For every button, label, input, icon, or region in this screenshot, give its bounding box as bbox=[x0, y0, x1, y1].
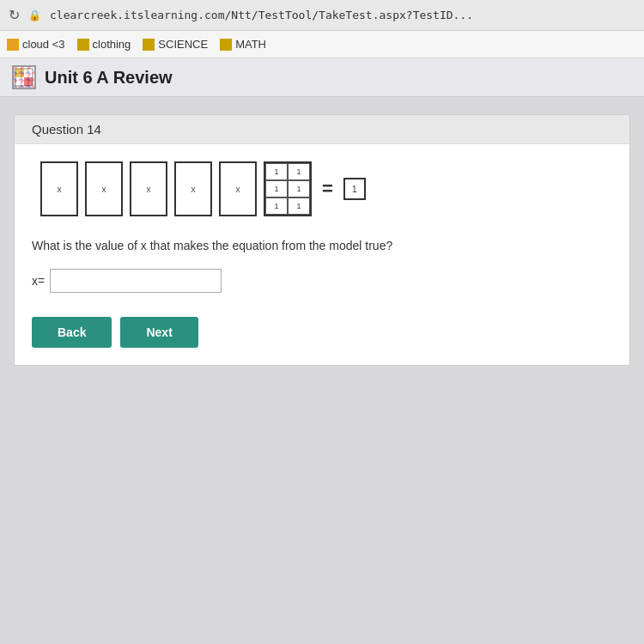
bookmark-science-icon bbox=[143, 39, 155, 51]
tile-x-1: x bbox=[40, 161, 78, 216]
page-title: Unit 6 A Review bbox=[45, 68, 173, 88]
tile-x-4: x bbox=[174, 161, 212, 216]
bookmark-cloud-label: cloud <3 bbox=[22, 38, 65, 51]
small-tiles-group: 1 1 1 1 1 1 bbox=[264, 161, 312, 216]
buttons-row: Back Next bbox=[32, 317, 612, 348]
quiz-area: Question 14 x x x x x 1 1 1 1 bbox=[0, 97, 644, 380]
small-tile-4: 1 bbox=[288, 163, 310, 180]
small-tile-3: 1 bbox=[265, 197, 288, 215]
bookmark-science-label: SCIENCE bbox=[158, 38, 208, 51]
small-tile-1: 1 bbox=[265, 163, 288, 180]
small-tile-2: 1 bbox=[265, 180, 288, 197]
small-tile-5: 1 bbox=[288, 180, 310, 197]
svg-rect-0 bbox=[15, 69, 33, 86]
page-header: Unit 6 A Review bbox=[0, 58, 644, 97]
page-content: Unit 6 A Review Question 14 x x x x x 1 … bbox=[0, 58, 644, 644]
back-button[interactable]: Back bbox=[32, 317, 112, 348]
bookmark-science[interactable]: SCIENCE bbox=[143, 38, 208, 51]
svg-rect-2 bbox=[24, 77, 33, 86]
tile-x-5: x bbox=[219, 161, 257, 216]
svg-rect-1 bbox=[15, 69, 24, 77]
bookmark-math[interactable]: MATH bbox=[220, 38, 266, 51]
answer-label: x= bbox=[32, 274, 45, 288]
page-icon bbox=[12, 65, 36, 89]
bookmark-math-icon bbox=[220, 39, 232, 51]
answer-row: x= bbox=[32, 269, 612, 293]
url-bar: clearcreek.itslearning.com/Ntt/TestTool/… bbox=[50, 9, 473, 21]
result-tile: 1 bbox=[343, 178, 366, 200]
tiles-model: x x x x x 1 1 1 1 1 1 bbox=[40, 161, 612, 216]
question-card: Question 14 x x x x x 1 1 1 1 bbox=[14, 114, 630, 366]
refresh-icon[interactable]: ↻ bbox=[9, 7, 20, 23]
tile-x-3: x bbox=[130, 161, 167, 216]
next-button[interactable]: Next bbox=[120, 317, 197, 348]
tile-x-2: x bbox=[85, 161, 123, 216]
question-text: What is the value of x that makes the eq… bbox=[32, 237, 612, 255]
lock-icon: 🔒 bbox=[28, 9, 41, 21]
bookmark-cloud-icon bbox=[7, 39, 19, 51]
equals-sign: = bbox=[322, 178, 333, 200]
bookmark-clothing-label: clothing bbox=[93, 38, 131, 51]
question-label: Question 14 bbox=[15, 115, 629, 144]
small-tile-6: 1 bbox=[288, 197, 310, 215]
bookmark-clothing[interactable]: clothing bbox=[77, 38, 131, 51]
browser-bar: ↻ 🔒 clearcreek.itslearning.com/Ntt/TestT… bbox=[0, 0, 644, 31]
bookmarks-bar: cloud <3 clothing SCIENCE MATH bbox=[0, 31, 644, 58]
bookmark-math-label: MATH bbox=[235, 38, 266, 51]
bookmark-clothing-icon bbox=[77, 39, 89, 51]
bookmark-cloud[interactable]: cloud <3 bbox=[7, 38, 65, 51]
answer-input[interactable] bbox=[50, 269, 222, 293]
